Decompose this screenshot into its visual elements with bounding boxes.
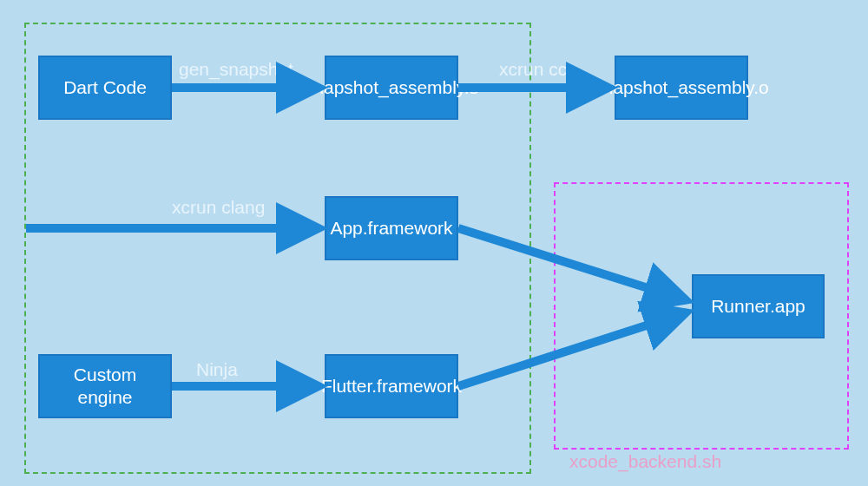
node-runner-app: Runner.app: [692, 274, 825, 338]
node-label: Flutter.framework: [321, 375, 462, 397]
node-custom-engine: Custom engine: [38, 354, 172, 418]
node-label: Custom engine: [47, 364, 163, 410]
node-label: snapshot_assembly.s: [305, 76, 478, 99]
node-label: App.framework: [330, 217, 452, 240]
node-app-framework: App.framework: [325, 196, 458, 260]
node-label: Runner.app: [711, 295, 806, 318]
node-label: Dart Code: [63, 76, 147, 99]
edge-label-xcrun-cc: xcrun cc: [499, 59, 567, 80]
node-flutter-framework: Flutter.framework: [325, 354, 458, 418]
edge-label-gen-snapshot: gen_snapshot: [179, 59, 293, 80]
node-label: snapshot_assembly.o: [594, 76, 769, 99]
edge-label-xcrun-clang: xcrun clang: [172, 197, 265, 218]
node-dart-code: Dart Code: [38, 56, 172, 120]
node-snapshot-assembly-s: snapshot_assembly.s: [325, 56, 458, 120]
xcode-backend-label: xcode_backend.sh: [569, 451, 721, 472]
edge-label-ninja: Ninja: [196, 359, 238, 380]
node-snapshot-assembly-o: snapshot_assembly.o: [615, 56, 748, 120]
